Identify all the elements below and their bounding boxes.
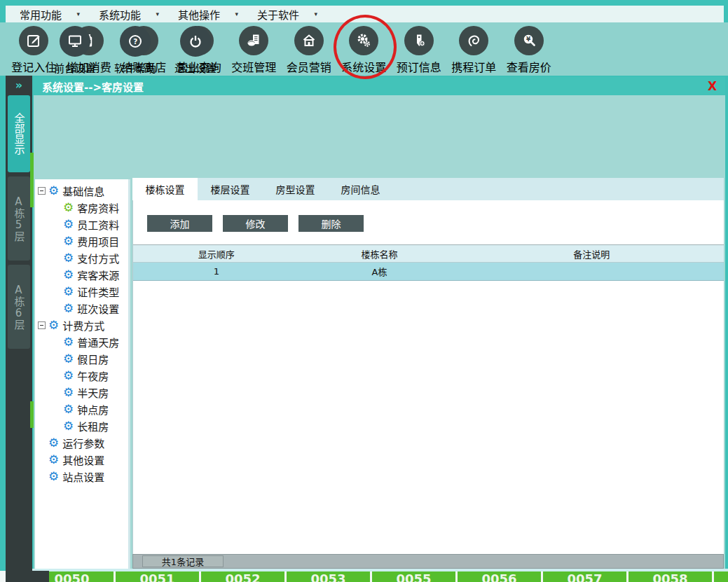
- help-icon: ?: [120, 26, 151, 57]
- column-header-building-name: 楼栋名称: [300, 245, 460, 262]
- gear-icon: ⚙: [63, 235, 74, 247]
- tree-item-room-data[interactable]: ⚙ 客房资料: [35, 199, 128, 216]
- toolbar-system-settings-button[interactable]: 系统设置: [336, 22, 392, 76]
- toolbar-ctrip-order-button[interactable]: 携程订单: [446, 22, 502, 76]
- room-tile[interactable]: 0058: [629, 571, 712, 582]
- toolbar-label: 会员营销: [287, 58, 331, 75]
- checkin-edit-icon: [19, 26, 48, 55]
- tree-item-runtime-params[interactable]: ⚙ 运行参数: [35, 434, 128, 451]
- sidebar-collapse-button[interactable]: »: [6, 78, 32, 92]
- room-tile[interactable]: 0059: [714, 571, 728, 582]
- gears-icon: [349, 26, 378, 55]
- tree-item-basic-info[interactable]: ⚙ 基础信息: [35, 182, 128, 199]
- buildings-table: 显示顺序 楼栋名称 备注说明 1 A栋: [133, 244, 724, 281]
- cell-display-order: 1: [133, 263, 300, 280]
- tree-item-holiday-room[interactable]: ⚙ 假日房: [35, 350, 128, 367]
- column-header-remarks: 备注说明: [459, 245, 724, 262]
- room-tile[interactable]: 0056: [458, 571, 541, 582]
- table-header-row: 显示顺序 楼栋名称 备注说明: [133, 244, 724, 263]
- tree-item-label: 员工资料: [77, 217, 119, 232]
- add-button[interactable]: 添加: [147, 215, 212, 232]
- gear-icon: ⚙: [63, 269, 74, 281]
- settings-content: 楼栋设置 楼层设置 房型设置 房间信息 添加 修改: [132, 178, 724, 569]
- tab-roomtype-settings[interactable]: 房型设置: [263, 178, 328, 200]
- room-tile[interactable]: 0057: [543, 571, 626, 582]
- toolbar-booking-info-button[interactable]: 预订信息: [392, 22, 447, 76]
- tree-item-label: 半天房: [77, 385, 109, 400]
- tree-item-other-settings[interactable]: ⚙ 其他设置: [35, 451, 128, 468]
- tree-item-label: 普通天房: [77, 335, 119, 349]
- tree-item-billing-methods[interactable]: ⚙ 计费方式: [35, 317, 128, 333]
- tree-item-shift-settings[interactable]: ⚙ 班次设置: [35, 300, 128, 317]
- delete-button[interactable]: 删除: [298, 215, 364, 232]
- room-tile[interactable]: 0052: [201, 571, 284, 582]
- cell-building-name: A栋: [300, 263, 460, 280]
- room-tile[interactable]: 0055: [372, 571, 455, 582]
- tree-item-label: 班次设置: [77, 301, 119, 316]
- tree-item-midnight-room[interactable]: ⚙ 午夜房: [35, 367, 128, 384]
- window-bottom-edge: [32, 569, 728, 571]
- menu-item-about-software[interactable]: 关于软件 ▾: [257, 7, 317, 22]
- tree-item-payment-methods[interactable]: ⚙ 支付方式: [35, 249, 128, 266]
- hand-document-icon: [239, 26, 268, 55]
- toolbar-label: 登记入住: [11, 58, 56, 75]
- frontdesk-settings-button[interactable]: 前台设置: [52, 26, 98, 75]
- collapse-minus-icon[interactable]: [38, 187, 46, 195]
- toolbar-room-price-button[interactable]: ¥ 查看房价: [502, 22, 557, 76]
- menu-item-other-operations[interactable]: 其他操作 ▾: [178, 7, 238, 22]
- window-title-bar: 系统设置-->客房设置 X: [34, 77, 725, 95]
- tree-item-guest-sources[interactable]: ⚙ 宾客来源: [35, 266, 128, 283]
- gear-icon: ⚙: [48, 185, 59, 197]
- tree-item-label: 长租房: [77, 419, 109, 434]
- sidebar-tab-show-all[interactable]: 全部显示: [8, 95, 30, 172]
- tab-floor-settings[interactable]: 楼层设置: [198, 178, 263, 200]
- tab-label: 楼栋设置: [146, 182, 185, 196]
- toolbar-member-marketing-button[interactable]: 会员营销: [282, 22, 337, 76]
- menu-item-system-functions[interactable]: 系统功能 ▾: [99, 7, 159, 22]
- tree-item-label: 午夜房: [77, 368, 109, 383]
- tab-room-info[interactable]: 房间信息: [328, 178, 393, 200]
- tree-item-label: 计费方式: [62, 318, 104, 333]
- tree-item-staff-data[interactable]: ⚙ 员工资料: [35, 216, 128, 233]
- close-icon[interactable]: X: [708, 79, 717, 93]
- dolphin-icon: [459, 26, 488, 55]
- tab-bar: 楼栋设置 楼层设置 房型设置 房间信息: [132, 178, 724, 200]
- gear-icon: ⚙: [63, 387, 74, 399]
- modify-button[interactable]: 修改: [223, 215, 288, 232]
- tree-item-label: 假日房: [77, 352, 109, 366]
- sidebar-tab-building-a-floor5[interactable]: A栋5层: [8, 176, 30, 261]
- toolbar-label: 预订信息: [397, 58, 441, 75]
- tab-building-settings[interactable]: 楼栋设置: [132, 178, 198, 200]
- room-tile[interactable]: 0053: [287, 571, 370, 582]
- toolbar-label: 交班管理: [231, 58, 276, 75]
- sidebar-tab-building-a-floor6[interactable]: A栋6层: [8, 265, 30, 349]
- window-action-bar: 前台设置 ? 软件帮助 退出设置: [52, 26, 219, 75]
- tree-item-normal-day-room[interactable]: ⚙ 普通天房: [35, 333, 128, 350]
- tree-item-long-term-room[interactable]: ⚙ 长租房: [35, 417, 128, 434]
- tree-item-id-types[interactable]: ⚙ 证件类型: [35, 283, 128, 300]
- gear-icon: ⚙: [63, 202, 74, 214]
- tree-item-half-day-room[interactable]: ⚙ 半天房: [35, 384, 128, 401]
- tab-label: 房间信息: [341, 182, 380, 196]
- gear-icon: ⚙: [63, 286, 74, 298]
- tree-item-hourly-room[interactable]: ⚙ 钟点房: [35, 401, 128, 417]
- tree-item-fee-items[interactable]: ⚙ 费用项目: [35, 233, 128, 249]
- tree-item-label: 客房资料: [77, 200, 119, 215]
- tree-item-label: 证件类型: [77, 284, 119, 299]
- monitor-icon: [60, 26, 90, 57]
- table-row[interactable]: 1 A栋: [133, 263, 724, 281]
- collapse-minus-icon[interactable]: [38, 321, 46, 329]
- chevron-down-icon: ▾: [314, 11, 317, 18]
- menu-item-common-functions[interactable]: 常用功能 ▾: [20, 7, 80, 22]
- software-help-button[interactable]: ? 软件帮助: [112, 26, 158, 75]
- toolbar-label: 携程订单: [451, 58, 496, 75]
- gear-icon: ⚙: [63, 403, 74, 415]
- tree-item-site-settings[interactable]: ⚙ 站点设置: [35, 468, 128, 485]
- exit-settings-button[interactable]: 退出设置: [172, 26, 219, 75]
- menu-item-label: 关于软件: [257, 7, 299, 22]
- chevron-down-icon: ▾: [76, 11, 80, 18]
- room-tile[interactable]: 0051: [116, 571, 199, 582]
- tree-item-label: 费用项目: [77, 234, 119, 249]
- gear-icon: ⚙: [63, 219, 74, 230]
- toolbar-shift-management-button[interactable]: 交班管理: [226, 22, 282, 76]
